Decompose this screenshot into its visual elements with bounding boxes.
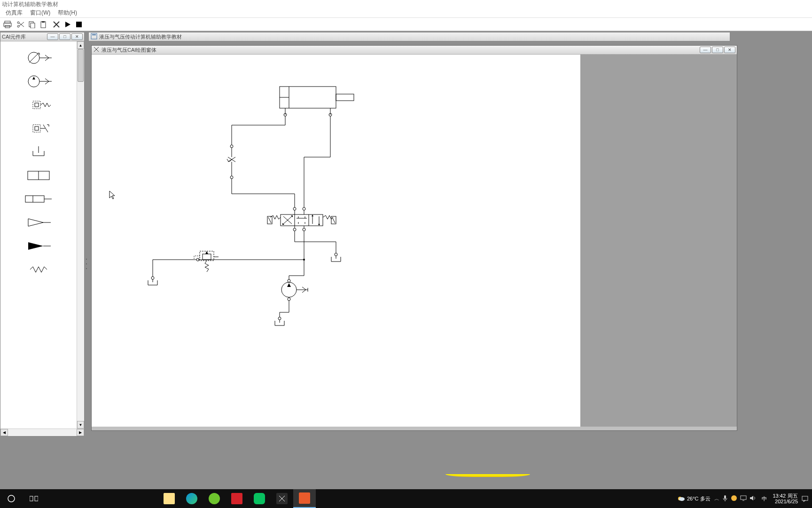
svg-point-128 xyxy=(288,298,290,301)
svg-point-116 xyxy=(151,277,154,279)
notification-button[interactable] xyxy=(802,495,808,502)
svg-marker-148 xyxy=(750,496,753,500)
palette-titlebar[interactable]: CAI元件库 — □ ✕ xyxy=(0,32,84,41)
relief-valve xyxy=(194,251,219,272)
play-icon[interactable] xyxy=(62,19,73,30)
paste-icon[interactable] xyxy=(38,19,49,30)
drawing-canvas[interactable] xyxy=(92,55,580,427)
palette-item-tank[interactable] xyxy=(0,140,77,164)
tray-mic-icon[interactable] xyxy=(722,495,728,502)
scroll-up-icon[interactable]: ▲ xyxy=(77,41,84,49)
svg-marker-39 xyxy=(28,242,43,250)
svg-rect-44 xyxy=(91,33,97,39)
palette-item-variable-pump[interactable] xyxy=(0,46,77,70)
palette-maximize-button[interactable]: □ xyxy=(59,33,70,40)
canvas-titlebar[interactable]: 液压与气压CAI绘图窗体 — □ ✕ xyxy=(92,46,737,55)
svg-line-19 xyxy=(45,58,49,61)
canvas-h-scrollbar[interactable] xyxy=(92,427,737,430)
svg-rect-137 xyxy=(30,496,33,501)
task-icon-wechat[interactable] xyxy=(248,489,271,508)
palette-item-double-block[interactable] xyxy=(0,164,77,187)
menu-window[interactable]: 窗口(W) xyxy=(26,9,54,17)
scroll-left-icon[interactable]: ◀ xyxy=(0,429,8,436)
task-icon-app2[interactable] xyxy=(293,489,316,508)
svg-point-41 xyxy=(86,259,87,260)
palette-v-scrollbar[interactable]: ▲ ▼ xyxy=(77,41,84,436)
svg-point-3 xyxy=(17,25,19,27)
svg-marker-135 xyxy=(109,191,115,199)
taskbar-clock[interactable]: 13:42 周五 2021/6/25 xyxy=(773,493,798,504)
svg-rect-73 xyxy=(281,214,323,226)
app-title: 动计算机辅助教学教材 xyxy=(2,0,58,8)
svg-line-90 xyxy=(268,217,271,223)
workspace: CAI元件库 — □ ✕ xyxy=(0,31,812,497)
task-view-button[interactable] xyxy=(23,489,45,508)
task-icon-edge[interactable] xyxy=(180,489,203,508)
scroll-down-icon[interactable]: ▼ xyxy=(77,421,84,429)
svg-rect-143 xyxy=(724,495,726,499)
printer-icon[interactable] xyxy=(2,19,13,30)
svg-rect-0 xyxy=(5,21,10,23)
stop-icon[interactable] xyxy=(73,19,85,30)
scroll-right-icon[interactable]: ▶ xyxy=(77,429,84,436)
palette-item-amplifier-solid[interactable] xyxy=(0,234,77,258)
svg-marker-123 xyxy=(287,283,291,287)
svg-rect-34 xyxy=(25,196,44,202)
task-icon-browser[interactable] xyxy=(203,489,226,508)
palette-minimize-button[interactable]: — xyxy=(47,33,58,40)
menu-sim[interactable]: 仿真库 xyxy=(2,9,26,17)
palette-h-scrollbar[interactable]: ◀ ▶ xyxy=(0,429,84,436)
taskbar-weather[interactable]: 26°C 多云 xyxy=(677,494,711,503)
tools-icon[interactable] xyxy=(51,19,62,30)
palette-item-pump[interactable] xyxy=(0,70,77,93)
svg-point-64 xyxy=(230,176,233,179)
svg-rect-25 xyxy=(33,101,40,109)
start-button[interactable] xyxy=(0,489,23,508)
svg-rect-1 xyxy=(4,23,11,26)
doc-window-title: 液压与气压传动计算机辅助教学教材 xyxy=(99,33,182,40)
svg-rect-45 xyxy=(92,34,96,35)
palette-list xyxy=(0,41,77,436)
menu-help[interactable]: 帮助(H) xyxy=(54,9,81,17)
tray-monitor-icon[interactable] xyxy=(740,495,747,502)
canvas-close-button[interactable]: ✕ xyxy=(724,47,735,53)
menubar: 仿真库 窗口(W) 帮助(H) xyxy=(0,8,812,18)
svg-rect-26 xyxy=(35,103,39,107)
splitter[interactable] xyxy=(85,31,88,497)
palette-close-button[interactable]: ✕ xyxy=(71,33,83,40)
ime-indicator[interactable]: 中 xyxy=(760,494,769,503)
tray-circle-icon[interactable] xyxy=(731,495,737,502)
svg-point-42 xyxy=(86,263,87,264)
palette-item-valve-adjustable[interactable] xyxy=(0,117,77,140)
task-icon-explorer[interactable] xyxy=(158,489,180,508)
palette-item-cylinder[interactable] xyxy=(0,187,77,211)
svg-line-24 xyxy=(45,81,49,84)
svg-rect-51 xyxy=(336,94,354,101)
cylinder-component xyxy=(280,87,354,116)
doc-window-titlebar[interactable]: 液压与气压传动计算机辅助教学教材 xyxy=(88,32,730,41)
cursor-icon xyxy=(109,191,115,199)
scissors-icon[interactable] xyxy=(15,19,26,30)
svg-point-103 xyxy=(335,253,337,256)
task-icon-app1[interactable] xyxy=(271,489,293,508)
svg-point-72 xyxy=(303,207,305,210)
scroll-thumb[interactable] xyxy=(78,49,84,82)
svg-rect-146 xyxy=(741,496,746,500)
palette-item-resistor[interactable] xyxy=(0,258,77,281)
canvas-maximize-button[interactable]: □ xyxy=(712,47,723,53)
svg-point-4 xyxy=(17,22,19,24)
app-titlebar: 动计算机辅助教学教材 xyxy=(0,0,812,8)
canvas-minimize-button[interactable]: — xyxy=(700,47,711,53)
tray-volume-icon[interactable] xyxy=(750,495,756,502)
tray-chevron-up-icon[interactable]: ︿ xyxy=(714,495,719,502)
svg-point-71 xyxy=(293,207,296,210)
weather-temp: 26°C xyxy=(687,496,699,501)
svg-line-6 xyxy=(19,22,24,26)
palette-item-valve-spring[interactable] xyxy=(0,93,77,117)
task-icon-amd[interactable] xyxy=(226,489,248,508)
copy-icon[interactable] xyxy=(26,19,38,30)
svg-rect-27 xyxy=(33,125,40,132)
toolbar xyxy=(0,18,812,31)
palette-item-amplifier-open[interactable] xyxy=(0,211,77,234)
svg-point-121 xyxy=(288,279,290,282)
